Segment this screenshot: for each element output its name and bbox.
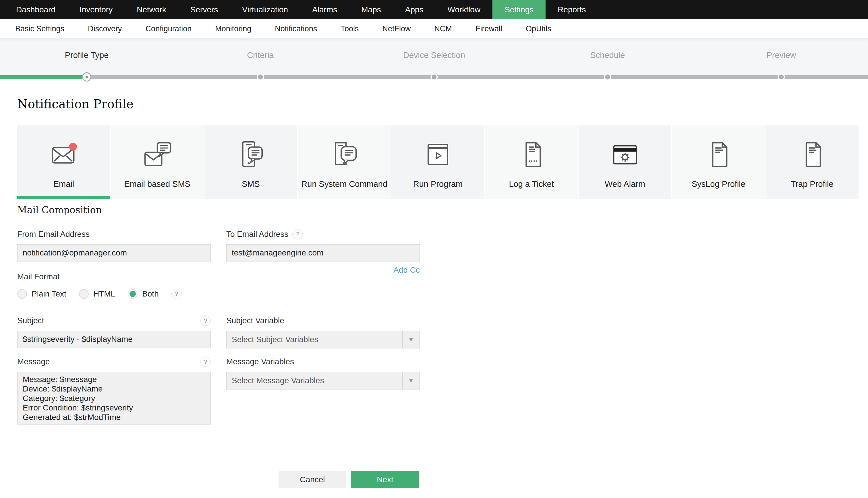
radio-plain-text[interactable] xyxy=(17,289,27,299)
nav-inventory[interactable]: Inventory xyxy=(67,0,125,19)
step-label-schedule: Schedule xyxy=(590,51,625,60)
nav-maps[interactable]: Maps xyxy=(349,0,393,19)
card-label: SMS xyxy=(242,179,260,189)
nav-servers[interactable]: Servers xyxy=(178,0,230,19)
top-nav: Dashboard Inventory Network Servers Virt… xyxy=(0,0,868,19)
message-group: Message ? Message: $message Device: $dis… xyxy=(17,356,211,426)
message-label: Message xyxy=(17,357,50,366)
profile-type-cards: Email Email based SMS xyxy=(17,126,858,199)
cancel-button[interactable]: Cancel xyxy=(278,471,346,488)
run-system-command-icon xyxy=(328,133,360,171)
add-cc-link[interactable]: Add Cc xyxy=(393,265,420,274)
next-button[interactable]: Next xyxy=(351,471,419,488)
card-email-based-sms[interactable]: Email based SMS xyxy=(111,126,205,199)
card-syslog-profile[interactable]: SysLog Profile xyxy=(672,126,765,199)
nav-alarms[interactable]: Alarms xyxy=(300,0,349,19)
nav-virtualization[interactable]: Virtualization xyxy=(230,0,300,19)
nav-settings[interactable]: Settings xyxy=(492,0,546,19)
radio-both-dot xyxy=(129,291,136,297)
section-divider xyxy=(17,221,420,221)
card-selected-indicator xyxy=(17,196,110,199)
message-variables-group: Message Variables Select Message Variabl… xyxy=(226,356,420,390)
email-icon xyxy=(48,133,79,171)
step-dot-profile-type[interactable] xyxy=(83,73,90,81)
nav-network[interactable]: Network xyxy=(125,0,178,19)
step-dot-criteria[interactable] xyxy=(258,75,263,79)
from-email-group: From Email Address xyxy=(17,229,211,262)
card-web-alarm[interactable]: Web Alarm xyxy=(579,126,672,199)
email-based-sms-icon xyxy=(142,133,173,171)
card-run-system-command[interactable]: Run System Command xyxy=(298,126,391,199)
nav-reports[interactable]: Reports xyxy=(546,0,598,19)
nav-dashboard[interactable]: Dashboard xyxy=(4,0,67,19)
card-label: Web Alarm xyxy=(605,179,645,189)
subnav-netflow[interactable]: NetFlow xyxy=(371,19,423,38)
subnav-notifications[interactable]: Notifications xyxy=(263,19,329,38)
message-variables-select-value: Select Message Variables xyxy=(226,372,419,389)
to-email-input[interactable] xyxy=(226,244,420,262)
subject-variable-label: Subject Variable xyxy=(226,316,284,325)
card-run-program[interactable]: Run Program xyxy=(391,126,485,199)
run-program-icon xyxy=(422,133,454,171)
subject-input[interactable] xyxy=(17,331,211,348)
step-label-preview: Preview xyxy=(766,51,796,60)
radio-both-label: Both xyxy=(142,289,159,299)
step-label-criteria: Criteria xyxy=(247,51,274,60)
card-label: Log a Ticket xyxy=(509,179,554,189)
to-email-group: To Email Address ? Add Cc xyxy=(226,229,420,275)
card-label: Run System Command xyxy=(301,179,387,189)
card-log-a-ticket[interactable]: Log a Ticket xyxy=(485,126,579,199)
step-dot-device-selection[interactable] xyxy=(432,75,437,79)
card-email[interactable]: Email xyxy=(17,126,111,199)
step-dot-schedule[interactable] xyxy=(605,75,610,79)
sub-nav: Basic Settings Discovery Configuration M… xyxy=(0,19,868,39)
to-email-help-icon[interactable]: ? xyxy=(292,229,303,239)
subject-help-icon[interactable]: ? xyxy=(200,315,211,326)
nav-apps[interactable]: Apps xyxy=(393,0,436,19)
subject-label: Subject xyxy=(17,316,44,325)
log-a-ticket-icon xyxy=(516,133,547,171)
mail-format-label: Mail Format xyxy=(17,272,60,281)
subnav-discovery[interactable]: Discovery xyxy=(76,19,134,38)
card-label: Trap Profile xyxy=(791,179,833,189)
from-email-label: From Email Address xyxy=(17,230,90,239)
mail-format-group: Mail Format Plain Text HTML Both ? xyxy=(17,272,247,299)
chevron-down-icon[interactable]: ▼ xyxy=(402,372,419,389)
opmanager-app: Dashboard Inventory Network Servers Virt… xyxy=(0,0,868,498)
footer-divider xyxy=(17,450,420,450)
card-label: Email based SMS xyxy=(124,179,190,189)
card-trap-profile[interactable]: Trap Profile xyxy=(765,126,858,199)
chevron-down-icon[interactable]: ▼ xyxy=(402,331,419,348)
step-dot-preview[interactable] xyxy=(779,75,784,79)
syslog-profile-icon xyxy=(703,133,734,171)
step-label-profile-type: Profile Type xyxy=(65,51,109,60)
title-divider xyxy=(17,117,850,117)
subject-variable-select-value: Select Subject Variables xyxy=(226,331,419,348)
web-alarm-icon xyxy=(609,133,641,171)
card-label: Email xyxy=(53,179,74,189)
radio-plain-text-label: Plain Text xyxy=(31,289,66,299)
subnav-basic-settings[interactable]: Basic Settings xyxy=(3,19,76,38)
subject-variable-group: Subject Variable Select Subject Variable… xyxy=(226,315,420,349)
radio-both[interactable] xyxy=(128,289,138,299)
message-variables-label: Message Variables xyxy=(226,357,294,366)
subnav-monitoring[interactable]: Monitoring xyxy=(203,19,263,38)
subject-variable-select[interactable]: Select Subject Variables ▼ xyxy=(226,331,420,349)
from-email-input[interactable] xyxy=(17,244,211,262)
message-variables-select[interactable]: Select Message Variables ▼ xyxy=(226,372,420,390)
radio-html[interactable] xyxy=(79,289,89,299)
subnav-configuration[interactable]: Configuration xyxy=(134,19,204,38)
subnav-tools[interactable]: Tools xyxy=(329,19,371,38)
subnav-firewall[interactable]: Firewall xyxy=(464,19,514,38)
sms-icon xyxy=(235,133,267,171)
card-label: SysLog Profile xyxy=(692,179,746,189)
nav-workflow[interactable]: Workflow xyxy=(436,0,493,19)
message-help-icon[interactable]: ? xyxy=(200,356,211,367)
card-sms[interactable]: SMS xyxy=(205,126,298,199)
to-email-label: To Email Address xyxy=(226,230,288,239)
subnav-ncm[interactable]: NCM xyxy=(423,19,464,38)
mail-format-help-icon[interactable]: ? xyxy=(171,289,182,299)
message-textarea[interactable]: Message: $message Device: $displayName C… xyxy=(17,372,211,424)
step-label-device-selection: Device Selection xyxy=(403,51,465,60)
subnav-oputils[interactable]: OpUtils xyxy=(514,19,563,38)
